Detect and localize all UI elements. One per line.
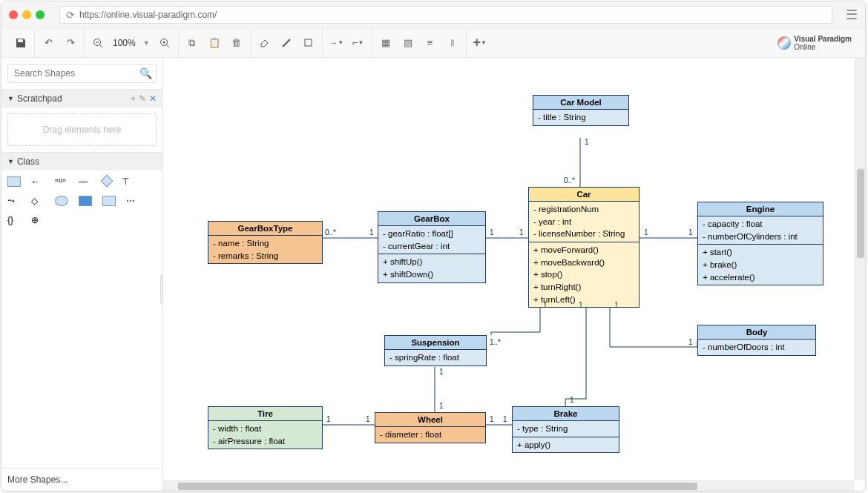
svg-rect-7 — [305, 39, 312, 46]
scratchpad-header[interactable]: ▼ Scratchpad + ✎ ✕ — [1, 90, 162, 107]
fill-color-button[interactable] — [257, 36, 272, 50]
zoom-level[interactable]: 100% — [113, 38, 136, 48]
multiplicity: 1 — [490, 228, 494, 236]
palette-shape[interactable]: ⊕ — [31, 215, 45, 225]
diagram-canvas[interactable]: Car Model - title : String GearBoxType -… — [163, 58, 865, 491]
class-wheel[interactable]: Wheel - diameter : float — [375, 412, 486, 443]
reload-icon[interactable]: ⟳ — [66, 9, 75, 21]
class-gearbox-type[interactable]: GearBoxType - name : String - remarks : … — [208, 221, 323, 264]
waypoint-style-button[interactable]: ⌐▼ — [351, 36, 366, 50]
palette-shape[interactable]: ⊤ — [122, 176, 135, 187]
class-title: Wheel — [375, 413, 485, 427]
class-suspension[interactable]: Suspension - springRate : float — [384, 335, 487, 366]
window-close-button[interactable] — [9, 10, 18, 19]
horizontal-scrollbar[interactable] — [163, 480, 855, 491]
class-attributes: - numberOfDoors : int — [698, 340, 815, 355]
class-title: Brake — [513, 407, 619, 421]
scratchpad-dropzone[interactable]: Drag elements here — [7, 113, 157, 146]
multiplicity: 1 — [503, 415, 507, 423]
class-attributes: - springRate : float — [385, 350, 486, 365]
class-operations: + moveForward() + moveBackward() + stop(… — [529, 242, 639, 307]
vertical-scrollbar[interactable] — [855, 58, 865, 480]
class-palette-label: Class — [17, 156, 39, 167]
sidebar: 🔍 ▼ Scratchpad + ✎ ✕ Drag elements here … — [1, 58, 163, 491]
menu-icon[interactable]: ☰ — [846, 7, 858, 23]
to-back-button[interactable]: ▧ — [401, 36, 415, 50]
palette-shape[interactable] — [79, 196, 92, 206]
class-operations: + apply() — [513, 437, 619, 453]
multiplicity: 1..* — [490, 338, 501, 346]
shadow-button[interactable] — [301, 36, 316, 50]
multiplicity: 1 — [570, 396, 574, 404]
to-front-button[interactable]: ▦ — [378, 36, 393, 50]
window-zoom-button[interactable] — [36, 10, 45, 19]
palette-shape[interactable]: «u» — [55, 176, 68, 187]
class-attributes: - title : String — [533, 110, 628, 125]
scrollbar-thumb[interactable] — [857, 169, 864, 258]
window-minimize-button[interactable] — [22, 10, 31, 19]
canvas-viewport[interactable]: Car Model - title : String GearBoxType -… — [163, 58, 865, 491]
add-button[interactable]: +▼ — [473, 36, 487, 50]
multiplicity: 1 — [366, 415, 370, 423]
class-car-model[interactable]: Car Model - title : String — [533, 95, 629, 126]
redo-button[interactable]: ↷ — [63, 36, 78, 50]
palette-shape[interactable]: {} — [7, 215, 21, 225]
palette-shape[interactable]: ⋯ — [126, 196, 139, 206]
search-icon[interactable]: 🔍 — [139, 67, 152, 79]
palette-shape[interactable] — [7, 176, 21, 187]
class-brake[interactable]: Brake - type : String + apply() — [512, 406, 619, 453]
save-button[interactable] — [13, 36, 28, 50]
class-attributes: - type : String — [513, 421, 619, 437]
zoom-out-button[interactable] — [91, 36, 105, 50]
class-attributes: - registrationNum - year : int - license… — [529, 202, 639, 242]
align-button[interactable]: ≡ — [423, 36, 438, 50]
class-palette-header[interactable]: ▼ Class — [1, 153, 162, 171]
scrollbar-thumb[interactable] — [178, 483, 697, 490]
scratchpad-add-icon[interactable]: + — [131, 93, 136, 104]
class-attributes: - gearRatio : float[] - currentGear : in… — [378, 226, 485, 254]
undo-button[interactable]: ↶ — [41, 36, 56, 50]
main-area: 🔍 ▼ Scratchpad + ✎ ✕ Drag elements here … — [1, 58, 865, 491]
class-engine[interactable]: Engine - capacity : float - numberOfCyli… — [697, 202, 823, 285]
class-car[interactable]: Car - registrationNum - year : int - lic… — [528, 187, 640, 308]
multiplicity: 1 — [439, 402, 444, 410]
scratchpad-edit-icon[interactable]: ✎ — [139, 93, 146, 104]
zoom-in-button[interactable] — [157, 36, 172, 50]
class-tire[interactable]: Tire - width : float - airPressure : flo… — [208, 406, 323, 449]
palette-shape[interactable] — [55, 196, 68, 206]
class-title: Suspension — [385, 336, 486, 350]
class-gearbox[interactable]: GearBox - gearRatio : float[] - currentG… — [378, 211, 486, 283]
palette-shape[interactable]: ← — [31, 176, 45, 187]
line-color-button[interactable] — [279, 36, 294, 50]
url-bar[interactable]: ⟳ https://online.visual-paradigm.com/ — [59, 6, 832, 24]
multiplicity: 1 — [585, 138, 589, 146]
class-title: Car Model — [533, 96, 628, 110]
multiplicity: 0..* — [325, 228, 336, 236]
palette-shape[interactable]: ⤳ — [7, 196, 21, 206]
copy-button[interactable]: ⧉ — [185, 36, 200, 50]
connection-style-button[interactable]: →▼ — [329, 36, 343, 50]
palette-shape[interactable] — [101, 175, 114, 188]
app-window: ⟳ https://online.visual-paradigm.com/ ☰ … — [1, 1, 866, 492]
class-title: Car — [529, 188, 639, 202]
scratchpad-close-icon[interactable]: ✕ — [149, 93, 157, 104]
multiplicity: 1 — [688, 228, 693, 236]
zoom-dropdown-icon[interactable]: ▼ — [143, 39, 150, 47]
distribute-button[interactable]: ⫴ — [445, 36, 460, 50]
class-title: Body — [698, 325, 815, 340]
more-shapes-link[interactable]: More Shapes... — [1, 468, 162, 491]
class-attributes: - diameter : float — [375, 427, 485, 443]
class-body[interactable]: Body - numberOfDoors : int — [697, 325, 816, 356]
class-title: Tire — [208, 407, 322, 421]
multiplicity: 1 — [519, 228, 524, 236]
palette-shape[interactable] — [102, 196, 116, 206]
palette-shape[interactable]: ◇ — [31, 196, 45, 206]
svg-line-1 — [100, 44, 103, 47]
paste-button[interactable]: 📋 — [207, 36, 222, 50]
titlebar: ⟳ https://online.visual-paradigm.com/ ☰ — [1, 1, 865, 28]
palette-shape[interactable]: — — [79, 176, 92, 187]
multiplicity: 1 — [614, 301, 619, 309]
delete-button[interactable]: 🗑 — [229, 36, 244, 50]
search-input[interactable] — [7, 64, 157, 83]
url-text: https://online.visual-paradigm.com/ — [79, 10, 217, 20]
